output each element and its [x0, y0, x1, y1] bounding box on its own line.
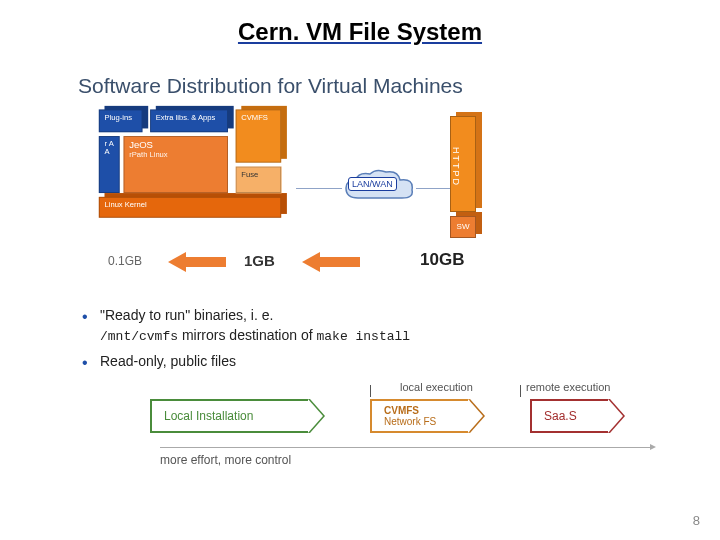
cloud-connector-left [296, 188, 342, 189]
jeos-label-top: JeOS [129, 140, 222, 150]
sw-box: SW [450, 216, 476, 238]
local-installation-box: Local Installation [150, 399, 310, 433]
client-stack: Plug-ins Extra libs. & Apps CVMFS r A A … [95, 113, 285, 237]
bullet-1-mono-2: make install [317, 329, 411, 344]
bullet-list: "Ready to run" binaries, i. e. /mnt/cvmf… [82, 306, 622, 371]
bullet-1-text-a: "Ready to run" binaries, i. e. [100, 307, 273, 323]
extra-libs-box: Extra libs. & Apps [150, 109, 228, 132]
saas-box: Saa.S [530, 399, 610, 433]
cvmfs-box: CVMFS [236, 109, 282, 162]
execution-diagram: local execution remote execution Local I… [90, 395, 650, 465]
size-0-1gb: 0.1GB [108, 254, 142, 268]
bullet-2: Read-only, public files [82, 352, 622, 372]
httpd-box: HTTPD [450, 116, 476, 212]
kernel-box: Linux Kernel [99, 197, 281, 218]
local-installation-label: Local Installation [164, 409, 253, 423]
local-exec-label: local execution [400, 381, 473, 393]
slide-subtitle: Software Distribution for Virtual Machin… [78, 74, 720, 98]
architecture-diagram: Plug-ins Extra libs. & Apps CVMFS r A A … [90, 110, 650, 290]
remote-exec-label: remote execution [526, 381, 610, 393]
raa-box: r A A [99, 136, 120, 193]
divider-2 [520, 385, 521, 397]
jeos-box: JeOS rPath Linux [124, 136, 229, 193]
slide-title: Cern. VM File System [0, 0, 720, 46]
effort-axis-label: more effort, more control [160, 453, 291, 467]
fuse-box: Fuse [236, 166, 282, 193]
size-1gb: 1GB [244, 252, 275, 269]
network-fs-label: Network FS [384, 416, 436, 427]
cloud-label: LAN/WAN [348, 177, 397, 191]
bullet-1-mono-1: /mnt/cvmfs [100, 329, 178, 344]
page-number: 8 [693, 513, 700, 528]
cvmfs-network-box: CVMFS Network FS [370, 399, 470, 433]
bullet-1-text-c: mirrors destination of [178, 327, 317, 343]
cloud-connector-right [416, 188, 450, 189]
arrow-left-1 [168, 252, 186, 272]
size-row: 0.1GB 1GB 10GB [90, 252, 650, 282]
divider-1 [370, 385, 371, 397]
cvmfs-label: CVMFS [384, 405, 436, 416]
saas-label: Saa.S [544, 409, 577, 423]
plugins-box: Plug-ins [99, 109, 143, 132]
effort-axis-arrow [160, 447, 650, 448]
size-10gb: 10GB [420, 250, 464, 270]
arrow-left-2 [302, 252, 320, 272]
jeos-label-bottom: rPath Linux [129, 150, 222, 159]
bullet-1: "Ready to run" binaries, i. e. /mnt/cvmf… [82, 306, 622, 346]
